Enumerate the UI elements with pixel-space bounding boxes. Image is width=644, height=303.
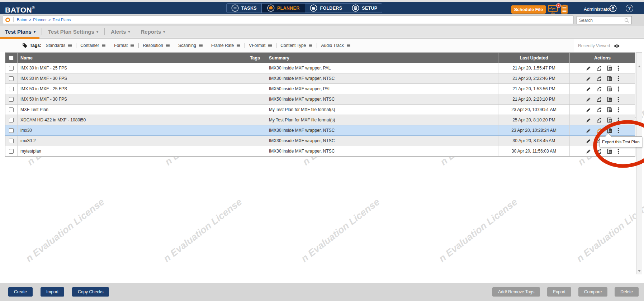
nav-tasks[interactable]: TASKS xyxy=(227,4,262,13)
scroll-up-arrow[interactable] xyxy=(638,66,641,67)
copy-checks-button[interactable]: Copy Checks xyxy=(72,287,109,297)
more-actions-icon[interactable] xyxy=(617,107,619,112)
row-checkbox[interactable] xyxy=(9,118,14,122)
menu-icon[interactable] xyxy=(268,44,272,47)
add-remove-tags-button[interactable]: Add/ Remove Tags xyxy=(492,287,540,297)
tag-filter-scanning[interactable]: Scanning xyxy=(178,43,203,48)
table-row[interactable]: imx30-2IMX30 inside MXF wrapper, NTSC30 … xyxy=(5,136,635,146)
tag-filter-resolution[interactable]: Resolution xyxy=(143,43,170,48)
copy-checks-icon[interactable] xyxy=(607,149,612,154)
menu-icon[interactable] xyxy=(236,44,241,47)
column-header-last-updated[interactable]: Last Updated xyxy=(498,53,569,63)
edit-icon[interactable] xyxy=(586,107,591,112)
more-actions-icon[interactable] xyxy=(617,117,619,123)
row-checkbox[interactable] xyxy=(9,139,14,143)
menu-icon[interactable] xyxy=(101,44,106,47)
edit-icon[interactable] xyxy=(586,138,591,144)
recently-viewed[interactable]: Recently Viewed xyxy=(578,42,620,50)
more-actions-icon[interactable] xyxy=(617,66,619,71)
more-actions-icon[interactable] xyxy=(617,97,619,102)
menu-icon[interactable] xyxy=(68,44,72,47)
menu-icon[interactable] xyxy=(346,44,351,47)
export-icon[interactable] xyxy=(596,97,602,102)
tag-filter-container[interactable]: Container xyxy=(80,43,106,48)
table-row[interactable]: mytestplanIMX30 inside MXF wrapper, NTSC… xyxy=(5,146,635,157)
more-actions-icon[interactable] xyxy=(617,149,619,154)
scroll-down-arrow[interactable] xyxy=(638,270,641,272)
breadcrumb-link-test-plans[interactable]: Test Plans xyxy=(53,18,71,22)
copy-checks-icon[interactable] xyxy=(607,97,612,102)
export-icon[interactable] xyxy=(596,117,602,123)
tab-test-plans[interactable]: Test Plans▾ xyxy=(5,29,35,35)
edit-icon[interactable] xyxy=(586,76,591,81)
column-header-name[interactable]: Name xyxy=(17,53,244,63)
table-row[interactable]: IMX 30 in MXF - 25 FPSIMX30 inside MXF w… xyxy=(5,63,635,73)
tag-filter-standards[interactable]: Standards xyxy=(46,43,72,48)
breadcrumb-link-baton[interactable]: Baton xyxy=(17,18,27,22)
export-icon[interactable] xyxy=(596,76,602,81)
tag-filter-vformat[interactable]: VFormat xyxy=(249,43,272,48)
schedule-file-button[interactable]: Schedule File xyxy=(511,5,546,14)
tag-filter-frame-rate[interactable]: Frame Rate xyxy=(211,43,241,48)
import-button[interactable]: Import xyxy=(41,287,64,297)
tab-alerts[interactable]: Alerts▾ xyxy=(111,29,130,35)
search-input[interactable] xyxy=(577,18,624,23)
table-row[interactable]: imx30IMX30 inside MXF wrapper, NTSC23 Ap… xyxy=(5,125,635,136)
nav-setup[interactable]: SETUP xyxy=(347,4,382,13)
edit-icon[interactable] xyxy=(586,128,591,133)
tag-filter-content-type[interactable]: Content Type xyxy=(280,43,313,48)
column-header-tags[interactable]: Tags xyxy=(244,53,266,63)
delete-button[interactable]: Delete xyxy=(615,287,639,297)
copy-checks-icon[interactable] xyxy=(607,117,612,123)
menu-icon[interactable] xyxy=(166,44,170,47)
edit-icon[interactable] xyxy=(586,86,591,92)
export-icon[interactable] xyxy=(596,66,602,71)
copy-checks-icon[interactable] xyxy=(607,107,612,112)
more-actions-icon[interactable] xyxy=(617,86,619,92)
export-icon[interactable] xyxy=(596,107,602,112)
breadcrumb-link-planner[interactable]: Planner xyxy=(33,18,47,22)
table-row[interactable]: IMX 30 in MXF - 30 FPSIMX30 inside MXF w… xyxy=(5,73,635,84)
copy-checks-icon[interactable] xyxy=(607,128,612,133)
export-button[interactable]: Export xyxy=(547,287,571,297)
nav-planner[interactable]: PLANNER xyxy=(262,4,306,13)
table-row[interactable]: IMX 50 in MXF - 25 FPSIMX50 inside MXF w… xyxy=(5,84,635,94)
copy-checks-icon[interactable] xyxy=(607,76,612,81)
edit-icon[interactable] xyxy=(586,149,591,154)
export-icon[interactable] xyxy=(596,149,602,154)
row-checkbox[interactable] xyxy=(9,87,14,91)
table-row[interactable]: XDCAM HD 422 in MXF - 1080i50My Test Pla… xyxy=(5,115,635,125)
copy-checks-icon[interactable] xyxy=(607,86,612,92)
tab-reports[interactable]: Reports▾ xyxy=(141,29,165,35)
edit-icon[interactable] xyxy=(586,66,591,71)
row-checkbox[interactable] xyxy=(9,66,14,71)
export-icon[interactable] xyxy=(596,128,602,133)
create-button[interactable]: Create xyxy=(8,287,33,297)
table-row[interactable]: IMX 50 in MXF - 30 FPSIMX50 inside MXF w… xyxy=(5,94,635,105)
nav-folders[interactable]: FOLDERS xyxy=(305,4,347,13)
table-row[interactable]: MXF Test PlanMy Test Plan for MXF file f… xyxy=(5,105,635,115)
menu-icon[interactable] xyxy=(130,44,134,47)
clipboard-icon[interactable] xyxy=(561,4,568,15)
row-checkbox[interactable] xyxy=(9,128,14,133)
edit-icon[interactable] xyxy=(586,117,591,123)
column-header-summary[interactable]: Summary xyxy=(266,53,498,63)
row-checkbox[interactable] xyxy=(9,76,14,81)
vertical-scrollbar[interactable] xyxy=(636,52,642,274)
select-all-checkbox[interactable] xyxy=(9,56,14,60)
more-actions-icon[interactable] xyxy=(617,76,619,81)
row-checkbox[interactable] xyxy=(9,149,14,154)
menu-icon[interactable] xyxy=(199,44,203,47)
more-actions-icon[interactable] xyxy=(617,128,619,133)
search-icon[interactable] xyxy=(624,18,629,23)
copy-checks-icon[interactable] xyxy=(607,66,612,71)
tag-filter-format[interactable]: Format xyxy=(114,43,134,48)
tab-test-plan-settings[interactable]: Test Plan Settings▾ xyxy=(48,29,98,35)
user-avatar-icon[interactable] xyxy=(609,5,617,14)
row-checkbox[interactable] xyxy=(9,107,14,112)
edit-icon[interactable] xyxy=(586,97,591,102)
help-icon[interactable]: ? xyxy=(626,5,633,12)
export-icon[interactable] xyxy=(596,86,602,92)
menu-icon[interactable] xyxy=(308,44,313,47)
qc-monitor-icon[interactable]: x xyxy=(548,5,559,14)
